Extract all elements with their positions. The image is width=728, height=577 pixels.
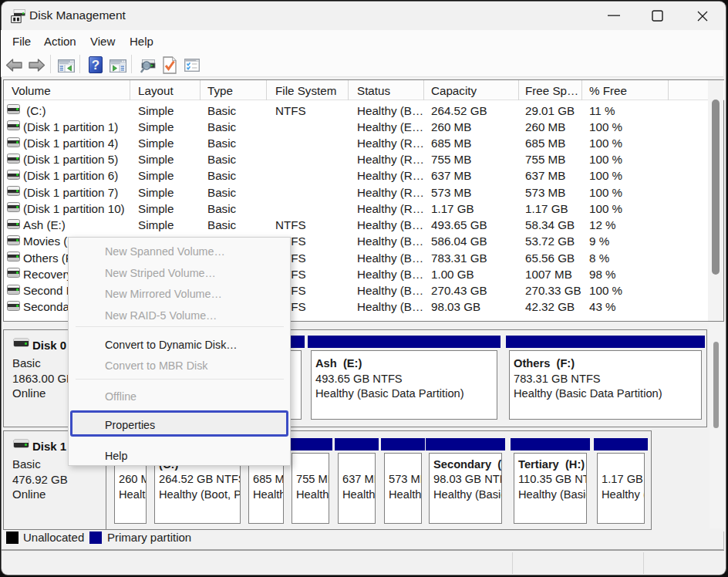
svg-text:?: ? <box>92 58 99 73</box>
